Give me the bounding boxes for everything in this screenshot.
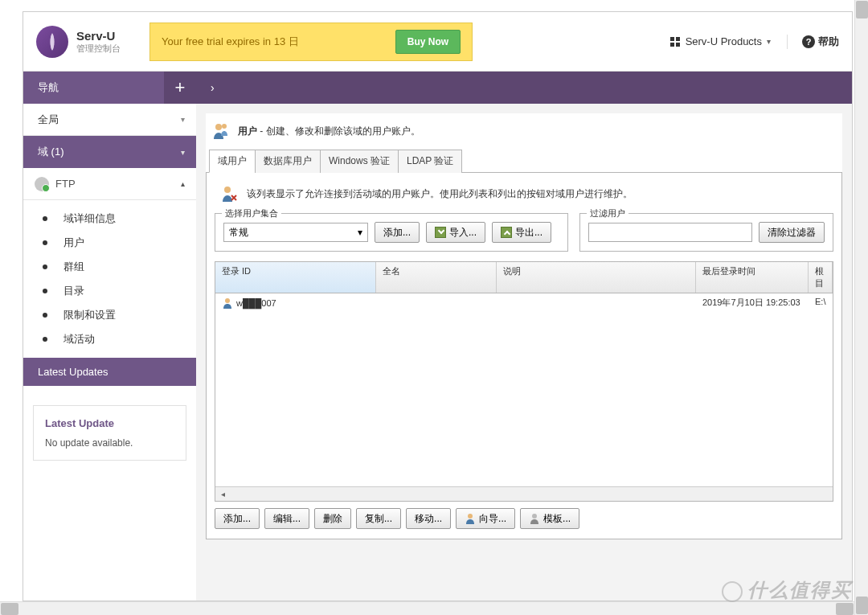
user-icon bbox=[211, 121, 230, 141]
page-subtitle: - 创建、修改和删除该域的用户账户。 bbox=[257, 125, 420, 137]
globe-icon bbox=[35, 177, 49, 191]
latest-update-title: Latest Update bbox=[45, 417, 174, 429]
svg-point-3 bbox=[225, 298, 230, 303]
table-row[interactable]: w███007 2019年7月10日 19:25:03 E:\ bbox=[215, 293, 833, 312]
latest-update-msg: No update available. bbox=[45, 437, 174, 449]
tab-windows-auth[interactable]: Windows 验证 bbox=[320, 150, 399, 173]
top-bar: Serv-U 管理控制台 Your free trial expires in … bbox=[23, 12, 852, 72]
help-label: 帮助 bbox=[818, 35, 839, 49]
filter-fieldset: 过滤用户 清除过滤器 bbox=[579, 213, 833, 252]
user-icon bbox=[219, 184, 239, 203]
sidebar-global[interactable]: 全局 ▾ bbox=[23, 104, 196, 136]
fieldset-legend: 过滤用户 bbox=[587, 207, 628, 219]
grid-hscroll[interactable]: ◂ bbox=[215, 486, 833, 501]
chevron-down-icon: ▾ bbox=[181, 148, 185, 157]
outer-vscroll[interactable] bbox=[854, 0, 868, 615]
clear-filter-button[interactable]: 清除过滤器 bbox=[759, 222, 825, 243]
tab-domain-users[interactable]: 域用户 bbox=[209, 150, 256, 173]
template-button[interactable]: 模板... bbox=[520, 508, 579, 529]
chevron-down-icon: ▾ bbox=[358, 227, 362, 238]
tabs: 域用户 数据库用户 Windows 验证 LDAP 验证 bbox=[206, 149, 842, 173]
outer-hscroll[interactable] bbox=[0, 601, 854, 615]
delete-user-button[interactable]: 删除 bbox=[314, 508, 351, 529]
breadcrumb: › bbox=[196, 72, 852, 104]
cell-last-login: 2019年7月10日 19:25:03 bbox=[696, 295, 809, 310]
add-button[interactable]: 添加... bbox=[375, 222, 420, 243]
action-bar: 添加... 编辑... 删除 复制... 移动... 向导... 模板... bbox=[215, 502, 833, 531]
svg-point-0 bbox=[215, 124, 222, 130]
app-frame: Serv-U 管理控制台 Your free trial expires in … bbox=[23, 11, 853, 601]
col-login-id[interactable]: 登录 ID bbox=[215, 262, 376, 293]
tree-directories[interactable]: 目录 bbox=[23, 279, 196, 303]
add-button[interactable]: + bbox=[164, 72, 196, 104]
user-grid: 登录 ID 全名 说明 最后登录时间 根目 w███007 bbox=[215, 261, 833, 502]
tree-limits[interactable]: 限制和设置 bbox=[23, 303, 196, 327]
wizard-icon bbox=[465, 513, 476, 524]
wizard-button[interactable]: 向导... bbox=[456, 508, 515, 529]
fieldset-legend: 选择用户集合 bbox=[222, 207, 281, 219]
buy-now-button[interactable]: Buy Now bbox=[395, 30, 461, 54]
scroll-up-icon[interactable] bbox=[856, 1, 868, 18]
tree-groups[interactable]: 群组 bbox=[23, 255, 196, 279]
template-icon bbox=[529, 513, 540, 524]
cell-login-id: w███007 bbox=[236, 298, 276, 308]
tab-ldap-auth[interactable]: LDAP 验证 bbox=[398, 150, 462, 173]
svg-point-2 bbox=[224, 187, 231, 193]
sidebar: 导航 + 全局 ▾ 域 (1) ▾ FTP ▴ 域详细信息 用户 群组 目录 bbox=[23, 72, 196, 601]
export-icon bbox=[501, 227, 512, 238]
chevron-up-icon: ▴ bbox=[181, 179, 185, 188]
products-label: Serv-U Products bbox=[686, 35, 762, 47]
tab-body: 该列表显示了允许连接到活动域的用户账户。使用此列表和列出的按钮对域用户进行维护。… bbox=[206, 173, 842, 539]
cell-root: E:\ bbox=[809, 295, 833, 310]
latest-updates-header[interactable]: Latest Updates bbox=[23, 358, 196, 386]
latest-update-box: Latest Update No update available. bbox=[33, 405, 186, 461]
cell-fullname bbox=[376, 295, 497, 310]
cell-desc bbox=[497, 295, 696, 310]
select-collection-fieldset: 选择用户集合 常规 ▾ 添加... 导入... 导出... bbox=[215, 213, 568, 252]
import-icon bbox=[435, 227, 446, 238]
col-fullname[interactable]: 全名 bbox=[376, 262, 497, 293]
move-user-button[interactable]: 移动... bbox=[406, 508, 451, 529]
tree-activity[interactable]: 域活动 bbox=[23, 327, 196, 351]
tab-description: 该列表显示了允许连接到活动域的用户账户。使用此列表和列出的按钮对域用户进行维护。 bbox=[215, 181, 833, 213]
export-button[interactable]: 导出... bbox=[492, 222, 551, 243]
tree-domain-details[interactable]: 域详细信息 bbox=[23, 207, 196, 231]
tree-users[interactable]: 用户 bbox=[23, 231, 196, 255]
products-dropdown[interactable]: Serv-U Products ▾ bbox=[669, 35, 771, 47]
edit-user-button[interactable]: 编辑... bbox=[264, 508, 309, 529]
brand: Serv-U 管理控制台 bbox=[36, 26, 121, 58]
logo-icon bbox=[36, 26, 68, 58]
chevron-down-icon: ▾ bbox=[181, 115, 185, 124]
brand-name: Serv-U bbox=[76, 29, 121, 43]
scroll-right-icon[interactable] bbox=[836, 603, 854, 615]
help-button[interactable]: ? 帮助 bbox=[787, 35, 839, 49]
copy-user-button[interactable]: 复制... bbox=[356, 508, 401, 529]
import-button[interactable]: 导入... bbox=[426, 222, 485, 243]
sidebar-domain[interactable]: 域 (1) ▾ bbox=[23, 136, 196, 168]
trial-banner: Your free trial expires in 13 日 Buy Now bbox=[149, 23, 473, 61]
add-user-button[interactable]: 添加... bbox=[215, 508, 260, 529]
grid-body[interactable]: w███007 2019年7月10日 19:25:03 E:\ bbox=[215, 293, 833, 486]
nav-label: 导航 bbox=[38, 80, 59, 95]
scroll-left-icon[interactable] bbox=[1, 603, 18, 615]
nav-header: 导航 + bbox=[23, 72, 196, 104]
filter-input[interactable] bbox=[588, 223, 752, 242]
page-header: 用户 - 创建、修改和删除该域的用户账户。 bbox=[206, 113, 842, 149]
svg-point-4 bbox=[468, 514, 473, 519]
col-root[interactable]: 根目 bbox=[809, 262, 833, 293]
help-icon: ? bbox=[802, 35, 815, 48]
sidebar-ftp[interactable]: FTP ▴ bbox=[23, 168, 196, 200]
svg-point-5 bbox=[532, 514, 537, 519]
collection-select[interactable]: 常规 ▾ bbox=[223, 223, 368, 242]
col-last-login[interactable]: 最后登录时间 bbox=[696, 262, 809, 293]
scroll-left-icon[interactable]: ◂ bbox=[215, 488, 230, 501]
page-title: 用户 bbox=[238, 125, 257, 137]
col-description[interactable]: 说明 bbox=[497, 262, 696, 293]
content: › 用户 - 创建、修改和删除该域的用户账户。 域用户 数据库用户 Window… bbox=[196, 72, 852, 601]
tab-db-users[interactable]: 数据库用户 bbox=[255, 150, 321, 173]
grid-header: 登录 ID 全名 说明 最后登录时间 根目 bbox=[215, 262, 833, 293]
brand-sub: 管理控制台 bbox=[76, 43, 121, 55]
scroll-down-icon[interactable] bbox=[856, 597, 868, 614]
chevron-down-icon: ▾ bbox=[767, 37, 771, 46]
grid-icon bbox=[669, 36, 681, 47]
